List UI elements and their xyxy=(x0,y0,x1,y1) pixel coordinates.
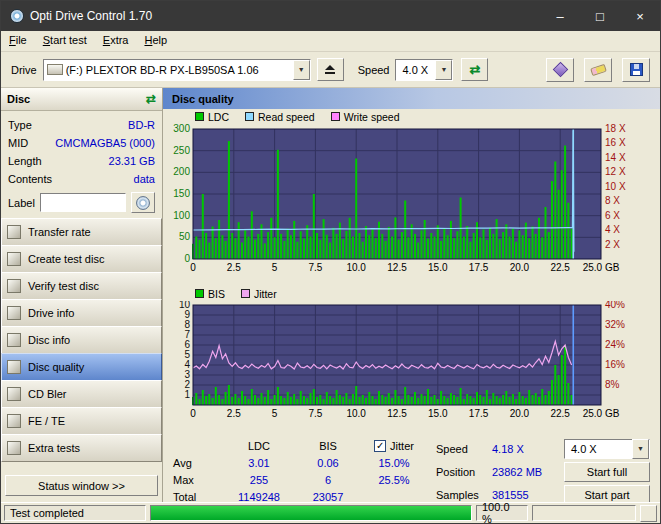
legend-swatch xyxy=(195,289,204,298)
svg-text:20.0: 20.0 xyxy=(510,408,530,419)
page-title: Disc quality xyxy=(163,88,660,109)
button-icon xyxy=(7,360,21,374)
button-icon xyxy=(7,279,21,293)
progress-fill xyxy=(151,506,471,520)
samples-stat-value: 381555 xyxy=(492,489,560,501)
avg-ldc-value: 3.01 xyxy=(219,457,299,469)
menu-extra[interactable]: Extra xyxy=(95,31,137,51)
close-button[interactable]: × xyxy=(620,1,660,31)
samples-stat-label: Samples xyxy=(436,489,488,501)
statusbar-spacer xyxy=(532,505,636,521)
maximize-button[interactable]: □ xyxy=(580,1,620,31)
refresh-icon: ⇄ xyxy=(470,63,481,76)
sidebar-item-extra-tests[interactable]: Extra tests xyxy=(1,434,162,462)
content-area: Disc ⇄ TypeBD-RMIDCMCMAGBA5 (000)Length2… xyxy=(1,88,660,502)
svg-text:20.0: 20.0 xyxy=(510,262,530,273)
save-button[interactable] xyxy=(622,58,650,82)
svg-text:100: 100 xyxy=(173,210,190,221)
speed-select[interactable]: 4.0 X ▼ xyxy=(395,59,453,81)
menu-start-test[interactable]: Start test xyxy=(35,31,95,51)
svg-text:0: 0 xyxy=(190,262,196,273)
svg-text:200: 200 xyxy=(173,166,190,177)
progress-bar xyxy=(150,505,472,521)
speed-select-stats[interactable]: 4.0 X ▼ xyxy=(564,439,650,459)
svg-text:5: 5 xyxy=(272,408,278,419)
drive-select[interactable]: (F:) PLEXTOR BD-R PX-LB950SA 1.06 ▼ xyxy=(43,59,311,81)
svg-text:15.0: 15.0 xyxy=(428,262,448,273)
status-window-button[interactable]: Status window >> xyxy=(5,475,158,496)
legend-item-jitter: Jitter xyxy=(241,288,277,300)
legend-item-ldc: LDC xyxy=(195,111,229,123)
svg-text:16%: 16% xyxy=(605,359,625,370)
label-field-label: Label xyxy=(8,197,35,209)
sidebar-item-disc-info[interactable]: Disc info xyxy=(1,326,162,354)
svg-text:12 X: 12 X xyxy=(605,166,626,177)
progress-percent: 100.0 % xyxy=(476,505,528,521)
svg-text:16 X: 16 X xyxy=(605,137,626,148)
button-icon xyxy=(7,306,21,320)
svg-text:10.0: 10.0 xyxy=(346,262,366,273)
cd-icon xyxy=(136,196,150,210)
svg-text:10 X: 10 X xyxy=(605,181,626,192)
sidebar-item-cd-bler[interactable]: CD Bler xyxy=(1,380,162,408)
position-stat-value: 23862 MB xyxy=(492,466,560,478)
svg-text:300: 300 xyxy=(173,124,190,134)
button-icon xyxy=(7,387,21,401)
app-disc-icon xyxy=(10,9,24,23)
refresh-button[interactable]: ⇄ xyxy=(461,58,488,81)
toolbar: Drive (F:) PLEXTOR BD-R PX-LB950SA 1.06 … xyxy=(1,52,660,88)
chevron-down-icon[interactable]: ▼ xyxy=(632,439,649,459)
ldc-chart: 30025020015010050018 X16 X14 X12 X10 X8 … xyxy=(163,124,661,286)
disc-info-row-type: TypeBD-R xyxy=(8,116,155,134)
statusbar-button[interactable] xyxy=(640,505,657,522)
sidebar-buttons: Transfer rateCreate test discVerify test… xyxy=(1,218,162,462)
total-ldc-value: 1149248 xyxy=(219,491,299,503)
stats-col-ldc: LDC xyxy=(219,440,299,452)
chevron-down-icon[interactable]: ▼ xyxy=(435,60,452,80)
title-bar: Opti Drive Control 1.70 – □ × xyxy=(1,1,660,31)
svg-text:7.5: 7.5 xyxy=(308,408,322,419)
disc-label-button[interactable] xyxy=(131,192,155,213)
max-bis-value: 6 xyxy=(299,474,357,486)
chart2-legend: BISJitter xyxy=(163,286,660,301)
eject-button[interactable] xyxy=(317,58,344,81)
sidebar-item-verify-test-disc[interactable]: Verify test disc xyxy=(1,272,162,300)
legend-item-write-speed: Write speed xyxy=(331,111,400,123)
sidebar-item-drive-info[interactable]: Drive info xyxy=(1,299,162,327)
save-icon xyxy=(630,63,643,76)
svg-text:17.5: 17.5 xyxy=(469,408,489,419)
app-window: Opti Drive Control 1.70 – □ × FileStart … xyxy=(0,0,661,524)
chevron-down-icon[interactable]: ▼ xyxy=(293,60,310,80)
svg-text:6 X: 6 X xyxy=(605,210,620,221)
speed-label: Speed xyxy=(358,64,390,76)
legend-swatch xyxy=(245,112,254,121)
disc-refresh-icon[interactable]: ⇄ xyxy=(146,93,156,105)
button-icon xyxy=(7,252,21,266)
eraser-tool-button[interactable] xyxy=(584,58,612,82)
sidebar-item-disc-quality[interactable]: Disc quality xyxy=(1,353,162,381)
svg-text:250: 250 xyxy=(173,145,190,156)
svg-text:0: 0 xyxy=(190,408,196,419)
label-input[interactable] xyxy=(40,193,126,212)
drive-select-value: (F:) PLEXTOR BD-R PX-LB950SA 1.06 xyxy=(63,64,293,76)
speed-select-value: 4.0 X xyxy=(399,64,435,76)
legend-swatch xyxy=(195,112,204,121)
disc-info-row-mid: MIDCMCMAGBA5 (000) xyxy=(8,134,155,152)
main-panel: Disc quality LDCRead speedWrite speed 30… xyxy=(163,88,660,502)
diamond-tool-button[interactable] xyxy=(546,58,574,82)
start-full-button[interactable]: Start full xyxy=(564,462,650,482)
drive-icon xyxy=(47,64,63,75)
minimize-button[interactable]: – xyxy=(540,1,580,31)
stats-col-bis: BIS xyxy=(299,440,357,452)
menu-help[interactable]: Help xyxy=(136,31,175,51)
menu-file[interactable]: File xyxy=(1,31,35,51)
svg-text:7.5: 7.5 xyxy=(308,262,322,273)
sidebar-item-create-test-disc[interactable]: Create test disc xyxy=(1,245,162,273)
drive-label: Drive xyxy=(11,64,37,76)
sidebar-item-fe-te[interactable]: FE / TE xyxy=(1,407,162,435)
sidebar-item-transfer-rate[interactable]: Transfer rate xyxy=(1,218,162,246)
speed-stat-value: 4.18 X xyxy=(492,443,560,455)
legend-swatch xyxy=(241,289,250,298)
svg-text:25.0 GB: 25.0 GB xyxy=(583,262,620,273)
jitter-checkbox[interactable]: ✓ xyxy=(374,440,386,452)
